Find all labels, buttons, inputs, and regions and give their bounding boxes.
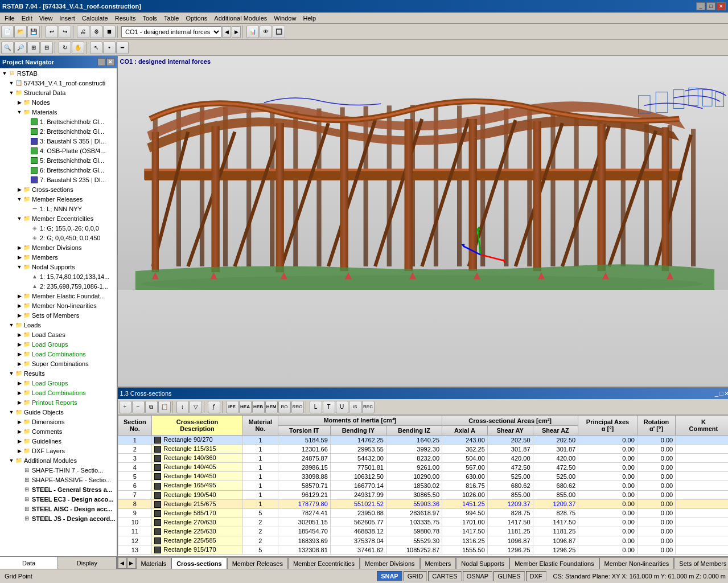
tree-item-mat5[interactable]: 5: Brettschichtholz Gl...	[0, 155, 117, 165]
tree-item-loads[interactable]: ▼📁Loads	[0, 320, 117, 330]
prev-load-btn[interactable]: ◀	[222, 26, 231, 38]
tree-item-mat7[interactable]: 7: Baustahl S 235 | DI...	[0, 175, 117, 184]
tree-item-structural-data[interactable]: ▼📁Structural Data	[0, 88, 117, 97]
tree-item-nodal-supports[interactable]: ▼📁Nodal Supports	[0, 262, 117, 272]
expand-root[interactable]: ▼	[1, 70, 8, 77]
tree-item-member-eccentricities[interactable]: ▼📁Member Eccentricities	[0, 214, 117, 223]
status-btn-glines[interactable]: GLINES	[493, 571, 524, 581]
ss-ipe[interactable]: IPE	[226, 401, 238, 413]
ss-formula[interactable]: ƒ	[208, 401, 220, 413]
ss-sort[interactable]: ↕	[176, 401, 189, 413]
ss-minimize[interactable]: _	[715, 390, 718, 397]
table-row[interactable]: 10 Rectangle 270/630 2 302051.15 562605.…	[118, 518, 728, 527]
tree-item-mat1[interactable]: 1: Brettschichtholz Gl...	[0, 117, 117, 126]
tree-item-load-combinations-r[interactable]: ▶📁Load Combinations	[0, 388, 117, 397]
tree-item-member-releases[interactable]: ▼📁Member Releases	[0, 194, 117, 204]
tree-root[interactable]: ▼🖥RSTAB	[0, 68, 117, 78]
tree-item-steel-general[interactable]: ⊞STEEL - General Stress a...	[0, 485, 117, 494]
ss-new-row[interactable]: +	[119, 401, 131, 413]
menu-item-edit[interactable]: Edit	[18, 14, 36, 23]
ss-rec-btn[interactable]: REC	[362, 401, 375, 413]
expand-proj[interactable]: ▼	[8, 80, 15, 87]
tree-item-load-groups-l[interactable]: ▶📁Load Groups	[0, 339, 117, 349]
tree-item-dxf-layers[interactable]: ▶📁DXF Layers	[0, 446, 117, 455]
viewport[interactable]: CO1 : designed internal forces	[118, 56, 728, 387]
table-row[interactable]: 11 Rectangle 225/630 2 185454.70 468838.…	[118, 527, 728, 536]
tree-item-shape-thin[interactable]: ⊞SHAPE-THIN 7 - Sectio...	[0, 465, 117, 475]
expand-load-combinations[interactable]: ▶	[16, 351, 23, 358]
status-btn-cartes[interactable]: CARTES	[428, 571, 461, 581]
zoom-fit-btn[interactable]: ⊞	[27, 42, 40, 54]
ss-is-btn[interactable]: IS	[349, 401, 361, 413]
tree-item-guide-objects[interactable]: ▼📁Guide Objects	[0, 407, 117, 417]
iso-btn[interactable]: 🔲	[273, 26, 285, 38]
zoom-in-btn[interactable]: 🔍	[1, 42, 14, 54]
status-btn-osnap[interactable]: OSNAP	[463, 571, 493, 581]
table-row[interactable]: 2 Rectangle 115/315 1 12301.66 29953.55 …	[118, 445, 728, 454]
sheet-tab-member-eccentricities[interactable]: Member Eccentricities	[288, 557, 360, 569]
view-btn[interactable]: 👁	[260, 26, 272, 38]
table-row[interactable]: 3 Rectangle 140/360 1 24875.87 54432.00 …	[118, 454, 728, 463]
sheet-tab-member-releases[interactable]: Member Releases	[227, 557, 288, 569]
expand-cross-sections[interactable]: ▶	[16, 186, 23, 193]
ss-heb[interactable]: HEB	[252, 401, 265, 413]
menu-item-help[interactable]: Help	[299, 14, 319, 23]
expand-load-groups-l[interactable]: ▶	[16, 341, 23, 348]
tree-item-mat2[interactable]: 2: Brettschichtholz Gl...	[0, 126, 117, 136]
calc-btn[interactable]: ⚙	[90, 26, 102, 38]
menu-item-calculate[interactable]: Calculate	[79, 14, 112, 23]
tree-item-mr1[interactable]: ─1: L; NNN NYY	[0, 204, 117, 214]
menu-item-results[interactable]: Results	[112, 14, 139, 23]
expand-nodal-supports[interactable]: ▼	[16, 264, 23, 270]
expand-printout-reports[interactable]: ▶	[16, 399, 23, 406]
tree-item-comments[interactable]: ▶📁Comments	[0, 426, 117, 436]
tree-item-materials[interactable]: ▼📁Materials	[0, 107, 117, 117]
tree-item-member-divisions[interactable]: ▶📁Member Divisions	[0, 243, 117, 252]
status-btn-snap[interactable]: SNAP	[377, 571, 402, 581]
render-btn[interactable]: 📊	[246, 26, 259, 38]
tree-item-cross-sections[interactable]: ▶📁Cross-sections	[0, 184, 117, 194]
expand-loads[interactable]: ▼	[8, 322, 15, 329]
tree-item-member-nonlin[interactable]: ▶📁Member Non-linearities	[0, 301, 117, 310]
tree-item-load-combinations[interactable]: ▶📁Load Combinations	[0, 349, 117, 359]
tree-item-load-groups-r[interactable]: ▶📁Load Groups	[0, 378, 117, 388]
expand-structural-data[interactable]: ▼	[8, 89, 15, 96]
menu-item-insert[interactable]: Insert	[56, 14, 79, 23]
tree-item-me1[interactable]: ◈1: G; 155,0,-26; 0,0,0	[0, 223, 117, 233]
tree-item-mat4[interactable]: 4: OSB-Platte (OSB/4...	[0, 146, 117, 155]
tree-item-ns2[interactable]: ▲2: 235,698,759,1086-1...	[0, 281, 117, 291]
zoom-window-btn[interactable]: ⊟	[40, 42, 53, 54]
tree-project[interactable]: ▼📋574334_V.4.1_roof-constructi	[0, 78, 117, 88]
close-btn[interactable]: ✕	[717, 2, 726, 10]
sheet-tab-sets-of-members[interactable]: Sets of Members	[674, 557, 728, 569]
status-btn-dxf[interactable]: DXF	[526, 571, 546, 581]
tree-item-mat6[interactable]: 6: Brettschichtholz Gl...	[0, 165, 117, 175]
tree-item-member-elastic[interactable]: ▶📁Member Elastic Foundat...	[0, 291, 117, 301]
load-combo[interactable]: CO1 - designed internal forces	[121, 26, 221, 38]
ss-delete-row[interactable]: −	[132, 401, 145, 413]
expand-nodes[interactable]: ▶	[16, 99, 23, 106]
expand-members[interactable]: ▶	[16, 254, 23, 261]
nav-close[interactable]: ✕	[106, 58, 114, 66]
expand-dimensions[interactable]: ▶	[16, 418, 23, 425]
menu-item-window[interactable]: Window	[270, 14, 299, 23]
sheet-tab-materials[interactable]: Materials	[136, 557, 172, 569]
sheet-tab-cross-sections[interactable]: Cross-sections	[171, 557, 227, 569]
tree-item-ns1[interactable]: ▲1: 15,74,80,102,133,14...	[0, 272, 117, 281]
tree-item-steel-ec3[interactable]: ⊞STEEL EC3 - Design acco...	[0, 494, 117, 504]
tree-item-steel-js[interactable]: ⊞STEEL JS - Design accord...	[0, 514, 117, 523]
rotate-btn[interactable]: ↻	[59, 42, 71, 54]
table-row[interactable]: 1 Rectangle 90/270 1 5184.59 14762.25 16…	[118, 436, 728, 445]
expand-member-releases[interactable]: ▼	[16, 196, 23, 203]
tree-item-nodes[interactable]: ▶📁Nodes	[0, 97, 117, 107]
expand-member-eccentricities[interactable]: ▼	[16, 215, 23, 222]
table-row[interactable]: 6 Rectangle 165/495 1 58570.71 166770.14…	[118, 481, 728, 490]
redo-btn[interactable]: ↪	[59, 26, 71, 38]
menu-item-tools[interactable]: Tools	[139, 14, 161, 23]
table-row[interactable]: 9 Rectangle 585/170 5 78274.41 23950.88 …	[118, 508, 728, 518]
table-row[interactable]: 5 Rectangle 140/450 1 33098.88 106312.50…	[118, 472, 728, 481]
menu-item-options[interactable]: Options	[182, 14, 211, 23]
table-row[interactable]: 7 Rectangle 190/540 1 96129.21 249317.99…	[118, 490, 728, 499]
sheet-tab-member-elastic-foundations[interactable]: Member Elastic Foundations	[509, 557, 599, 569]
undo-btn[interactable]: ↩	[46, 26, 58, 38]
